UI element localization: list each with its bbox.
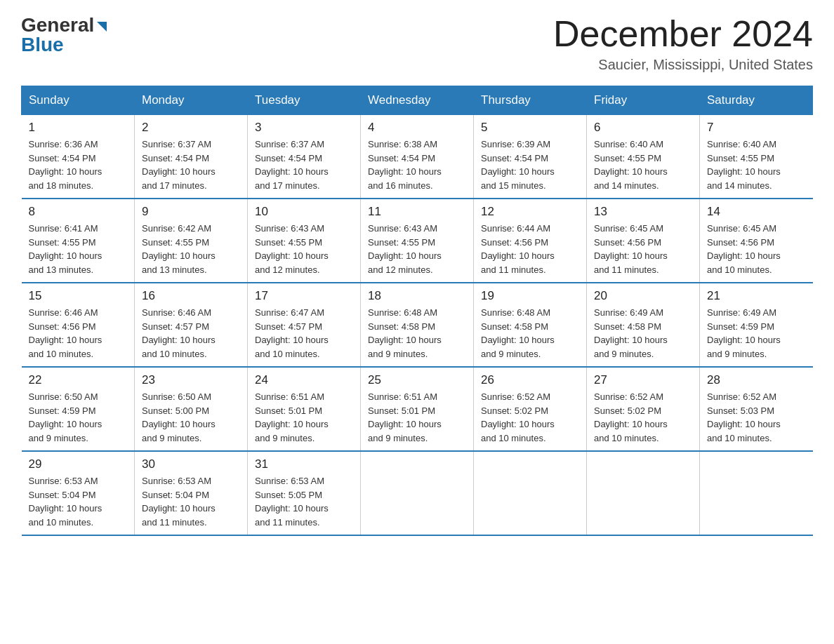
day-number: 25 [368,373,466,387]
day-info: Sunrise: 6:46 AM Sunset: 4:57 PM Dayligh… [142,306,240,361]
calendar-cell: 3Sunrise: 6:37 AM Sunset: 4:54 PM Daylig… [248,115,361,199]
day-info: Sunrise: 6:48 AM Sunset: 4:58 PM Dayligh… [368,306,466,361]
day-info: Sunrise: 6:37 AM Sunset: 4:54 PM Dayligh… [142,137,240,192]
day-number: 18 [368,289,466,303]
logo: General Blue [21,14,107,56]
calendar-cell: 18Sunrise: 6:48 AM Sunset: 4:58 PM Dayli… [361,283,474,367]
day-number: 15 [29,289,128,303]
calendar-cell [474,451,587,535]
calendar-cell: 26Sunrise: 6:52 AM Sunset: 5:02 PM Dayli… [474,367,587,451]
calendar-cell: 24Sunrise: 6:51 AM Sunset: 5:01 PM Dayli… [248,367,361,451]
day-number: 20 [594,289,692,303]
calendar-cell: 14Sunrise: 6:45 AM Sunset: 4:56 PM Dayli… [700,199,813,283]
day-number: 16 [142,289,240,303]
calendar-cell [700,451,813,535]
calendar-cell: 29Sunrise: 6:53 AM Sunset: 5:04 PM Dayli… [22,451,135,535]
day-number: 12 [481,205,579,219]
weekday-header: Thursday [474,86,587,115]
calendar-week-row: 29Sunrise: 6:53 AM Sunset: 5:04 PM Dayli… [22,451,813,535]
calendar-cell: 2Sunrise: 6:37 AM Sunset: 4:54 PM Daylig… [135,115,248,199]
calendar-cell: 27Sunrise: 6:52 AM Sunset: 5:02 PM Dayli… [587,367,700,451]
day-info: Sunrise: 6:45 AM Sunset: 4:56 PM Dayligh… [707,222,806,276]
weekday-header: Tuesday [248,86,361,115]
day-number: 5 [481,121,579,135]
day-info: Sunrise: 6:50 AM Sunset: 4:59 PM Dayligh… [29,390,128,445]
day-info: Sunrise: 6:43 AM Sunset: 4:55 PM Dayligh… [255,222,353,276]
calendar-cell: 10Sunrise: 6:43 AM Sunset: 4:55 PM Dayli… [248,199,361,283]
day-number: 26 [481,373,579,387]
calendar-cell: 15Sunrise: 6:46 AM Sunset: 4:56 PM Dayli… [22,283,135,367]
day-number: 9 [142,205,240,219]
calendar-cell: 19Sunrise: 6:48 AM Sunset: 4:58 PM Dayli… [474,283,587,367]
day-number: 10 [255,205,353,219]
day-number: 1 [29,121,128,135]
day-number: 24 [255,373,353,387]
day-number: 6 [594,121,692,135]
calendar-cell: 12Sunrise: 6:44 AM Sunset: 4:56 PM Dayli… [474,199,587,283]
page-header: General Blue December 2024 Saucier, Miss… [21,14,813,73]
day-info: Sunrise: 6:46 AM Sunset: 4:56 PM Dayligh… [29,306,128,361]
day-info: Sunrise: 6:39 AM Sunset: 4:54 PM Dayligh… [481,137,579,192]
day-number: 14 [707,205,806,219]
calendar-cell: 28Sunrise: 6:52 AM Sunset: 5:03 PM Dayli… [700,367,813,451]
day-info: Sunrise: 6:47 AM Sunset: 4:57 PM Dayligh… [255,306,353,361]
day-info: Sunrise: 6:41 AM Sunset: 4:55 PM Dayligh… [29,222,128,276]
weekday-header: Friday [587,86,700,115]
day-info: Sunrise: 6:43 AM Sunset: 4:55 PM Dayligh… [368,222,466,276]
day-number: 4 [368,121,466,135]
calendar-cell: 30Sunrise: 6:53 AM Sunset: 5:04 PM Dayli… [135,451,248,535]
title-area: December 2024 Saucier, Mississippi, Unit… [553,14,813,73]
day-number: 27 [594,373,692,387]
day-info: Sunrise: 6:53 AM Sunset: 5:04 PM Dayligh… [142,474,240,529]
day-info: Sunrise: 6:53 AM Sunset: 5:04 PM Dayligh… [29,474,128,529]
logo-arrow-icon [97,22,107,32]
day-info: Sunrise: 6:48 AM Sunset: 4:58 PM Dayligh… [481,306,579,361]
day-number: 2 [142,121,240,135]
location-subtitle: Saucier, Mississippi, United States [553,57,813,73]
calendar-cell: 13Sunrise: 6:45 AM Sunset: 4:56 PM Dayli… [587,199,700,283]
day-info: Sunrise: 6:52 AM Sunset: 5:02 PM Dayligh… [594,390,692,445]
calendar-cell: 11Sunrise: 6:43 AM Sunset: 4:55 PM Dayli… [361,199,474,283]
calendar-week-row: 8Sunrise: 6:41 AM Sunset: 4:55 PM Daylig… [22,199,813,283]
calendar-cell: 23Sunrise: 6:50 AM Sunset: 5:00 PM Dayli… [135,367,248,451]
calendar-cell: 17Sunrise: 6:47 AM Sunset: 4:57 PM Dayli… [248,283,361,367]
calendar-cell: 4Sunrise: 6:38 AM Sunset: 4:54 PM Daylig… [361,115,474,199]
weekday-header-row: SundayMondayTuesdayWednesdayThursdayFrid… [22,86,813,115]
day-info: Sunrise: 6:44 AM Sunset: 4:56 PM Dayligh… [481,222,579,276]
day-info: Sunrise: 6:49 AM Sunset: 4:58 PM Dayligh… [594,306,692,361]
calendar-table: SundayMondayTuesdayWednesdayThursdayFrid… [21,86,813,536]
day-number: 11 [368,205,466,219]
day-info: Sunrise: 6:36 AM Sunset: 4:54 PM Dayligh… [29,137,128,192]
day-info: Sunrise: 6:53 AM Sunset: 5:05 PM Dayligh… [255,474,353,529]
calendar-cell: 9Sunrise: 6:42 AM Sunset: 4:55 PM Daylig… [135,199,248,283]
calendar-cell: 5Sunrise: 6:39 AM Sunset: 4:54 PM Daylig… [474,115,587,199]
day-number: 31 [255,457,353,471]
calendar-cell: 25Sunrise: 6:51 AM Sunset: 5:01 PM Dayli… [361,367,474,451]
day-info: Sunrise: 6:49 AM Sunset: 4:59 PM Dayligh… [707,306,806,361]
calendar-cell: 1Sunrise: 6:36 AM Sunset: 4:54 PM Daylig… [22,115,135,199]
weekday-header: Sunday [22,86,135,115]
calendar-week-row: 15Sunrise: 6:46 AM Sunset: 4:56 PM Dayli… [22,283,813,367]
calendar-cell: 20Sunrise: 6:49 AM Sunset: 4:58 PM Dayli… [587,283,700,367]
day-number: 3 [255,121,353,135]
calendar-cell [587,451,700,535]
weekday-header: Monday [135,86,248,115]
day-number: 30 [142,457,240,471]
day-info: Sunrise: 6:40 AM Sunset: 4:55 PM Dayligh… [594,137,692,192]
weekday-header: Saturday [700,86,813,115]
day-number: 19 [481,289,579,303]
day-info: Sunrise: 6:51 AM Sunset: 5:01 PM Dayligh… [255,390,353,445]
day-info: Sunrise: 6:38 AM Sunset: 4:54 PM Dayligh… [368,137,466,192]
calendar-cell: 16Sunrise: 6:46 AM Sunset: 4:57 PM Dayli… [135,283,248,367]
calendar-cell: 22Sunrise: 6:50 AM Sunset: 4:59 PM Dayli… [22,367,135,451]
day-number: 17 [255,289,353,303]
calendar-week-row: 1Sunrise: 6:36 AM Sunset: 4:54 PM Daylig… [22,115,813,199]
day-number: 13 [594,205,692,219]
calendar-cell: 21Sunrise: 6:49 AM Sunset: 4:59 PM Dayli… [700,283,813,367]
day-number: 22 [29,373,128,387]
calendar-cell: 31Sunrise: 6:53 AM Sunset: 5:05 PM Dayli… [248,451,361,535]
calendar-cell: 8Sunrise: 6:41 AM Sunset: 4:55 PM Daylig… [22,199,135,283]
day-number: 8 [29,205,128,219]
day-number: 28 [707,373,806,387]
day-number: 29 [29,457,128,471]
